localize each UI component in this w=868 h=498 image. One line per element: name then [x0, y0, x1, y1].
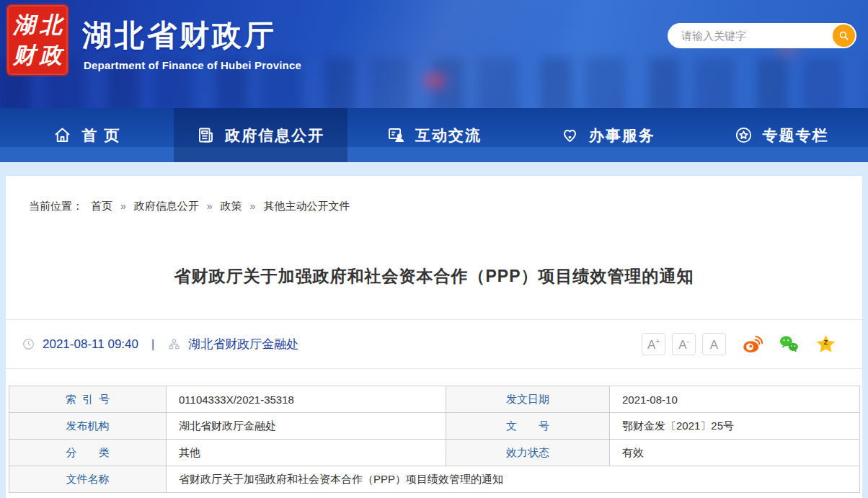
breadcrumb-separator: »: [250, 200, 256, 212]
label-validity-status: 效力状态: [446, 440, 610, 466]
nav-label: 政府信息公开: [225, 125, 324, 146]
seal-char: 北: [37, 9, 64, 40]
breadcrumb: 当前位置： 首页 » 政府信息公开 » 政策 » 其他主动公开文件: [6, 176, 862, 213]
publish-time: 2021-08-11 09:40: [43, 337, 138, 352]
clock-icon: [22, 337, 35, 351]
value-index-number: 01104333X/2021-35318: [167, 386, 446, 413]
nav-label: 办事服务: [589, 125, 655, 146]
hubei-finance-seal-logo: 湖 北 财 政: [7, 5, 68, 75]
font-reset-button[interactable]: A: [702, 333, 726, 355]
document-info-table-wrap: 索 引 号 01104333X/2021-35318 发文日期 2021-08-…: [9, 386, 859, 493]
heart-icon: [560, 125, 580, 145]
star-badge-icon: [734, 125, 753, 145]
home-icon: [53, 125, 72, 145]
svg-text:Z: Z: [824, 339, 828, 346]
content-card: 当前位置： 首页 » 政府信息公开 » 政策 » 其他主动公开文件 省财政厅关于…: [6, 176, 862, 498]
table-row: 索 引 号 01104333X/2021-35318 发文日期 2021-08-…: [9, 386, 860, 413]
label-index-number: 索 引 号: [9, 386, 167, 413]
breadcrumb-item-gov-info[interactable]: 政府信息公开: [134, 200, 199, 213]
meta-divider: |: [151, 338, 154, 351]
label-document-title: 文件名称: [9, 466, 167, 493]
label-document-number: 文 号: [446, 413, 610, 440]
value-category: 其他: [167, 440, 446, 466]
sitemap-icon: [167, 337, 181, 351]
breadcrumb-separator: »: [207, 200, 213, 212]
breadcrumb-item-policy[interactable]: 政策: [221, 200, 242, 213]
weibo-icon[interactable]: [742, 334, 763, 355]
search-box: [668, 23, 856, 48]
nav-label: 专题专栏: [763, 125, 829, 146]
publish-source[interactable]: 湖北省财政厅金融处: [188, 336, 298, 352]
label-issue-date: 发文日期: [446, 386, 610, 413]
breadcrumb-item-home[interactable]: 首页: [91, 200, 112, 213]
article-meta-left: 2021-08-11 09:40 | 湖北省财政厅金融处: [22, 336, 298, 352]
site-title: 湖北省财政厅: [82, 16, 277, 55]
value-validity-status: 有效: [610, 440, 860, 466]
breadcrumb-item-other-docs[interactable]: 其他主动公开文件: [263, 200, 350, 213]
value-issue-date: 2021-08-10: [610, 386, 860, 413]
nav-item-home[interactable]: 首 页: [0, 108, 174, 162]
nav-label: 互动交流: [415, 125, 482, 146]
nav-item-services[interactable]: 办事服务: [521, 108, 694, 162]
table-row: 分 类 其他 效力状态 有效: [9, 440, 860, 466]
seal-char: 湖: [11, 9, 37, 40]
article-meta-bar: 2021-08-11 09:40 | 湖北省财政厅金融处 A+ A- A: [6, 319, 862, 369]
nav-item-interaction[interactable]: 互动交流: [347, 108, 521, 162]
wechat-icon[interactable]: [779, 334, 800, 355]
label-category: 分 类: [9, 440, 167, 466]
main-navigation: 首 页 政府信息公开 互动交流: [0, 108, 868, 162]
search-input[interactable]: [668, 23, 826, 48]
table-row: 发布机构 湖北省财政厅金融处 文 号 鄂财金发〔2021〕25号: [9, 413, 860, 440]
article-title: 省财政厅关于加强政府和社会资本合作（PPP）项目绩效管理的通知: [6, 265, 862, 288]
font-decrease-button[interactable]: A-: [672, 333, 696, 355]
newspaper-icon: [196, 125, 216, 145]
nav-item-gov-info[interactable]: 政府信息公开: [174, 108, 347, 162]
seal-char: 政: [37, 40, 64, 71]
nav-label: 首 页: [81, 125, 120, 146]
article-meta-right: A+ A- A: [642, 333, 836, 355]
value-issuing-agency: 湖北省财政厅金融处: [167, 413, 446, 440]
search-button[interactable]: [833, 25, 855, 47]
breadcrumb-separator: »: [120, 200, 126, 212]
seal-char: 财: [11, 40, 37, 71]
value-document-title: 省财政厅关于加强政府和社会资本合作（PPP）项目绩效管理的通知: [167, 466, 860, 493]
site-header: 湖 北 财 政 湖北省财政厅 Department of Finance of …: [0, 0, 868, 108]
font-increase-button[interactable]: A+: [642, 333, 665, 355]
value-document-number: 鄂财金发〔2021〕25号: [610, 413, 860, 440]
document-info-table: 索 引 号 01104333X/2021-35318 发文日期 2021-08-…: [9, 386, 860, 493]
table-row: 文件名称 省财政厅关于加强政府和社会资本合作（PPP）项目绩效管理的通知: [9, 466, 860, 493]
breadcrumb-label: 当前位置：: [29, 200, 83, 213]
search-icon: [838, 30, 850, 42]
qzone-icon[interactable]: Z: [815, 334, 836, 355]
interaction-icon: [386, 125, 406, 145]
nav-item-special-topics[interactable]: 专题专栏: [694, 108, 868, 162]
site-subtitle: Department of Finance of Hubei Province: [84, 59, 301, 71]
label-issuing-agency: 发布机构: [9, 413, 167, 440]
